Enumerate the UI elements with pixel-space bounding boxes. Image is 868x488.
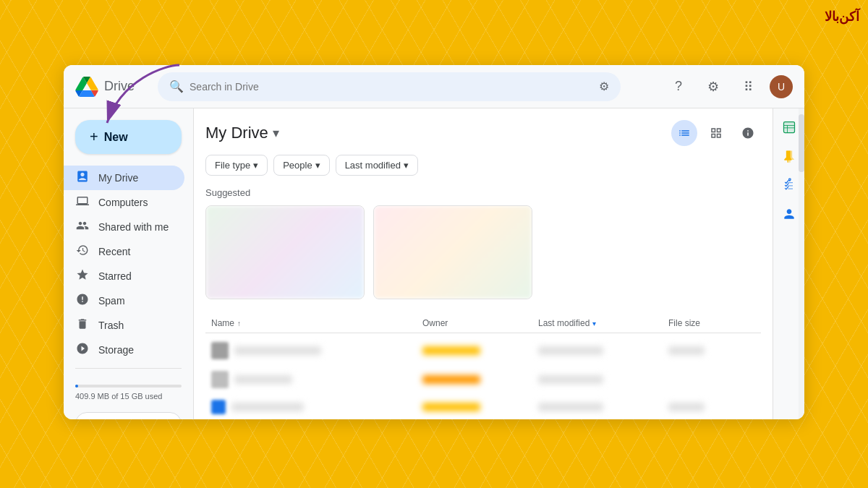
- scrollbar-thumb[interactable]: [799, 114, 804, 172]
- watermark: آکن‌بالا: [825, 9, 859, 25]
- storage-bar-background: [75, 385, 182, 388]
- settings-button[interactable]: ⚙: [700, 74, 726, 100]
- sidebar-divider: [75, 368, 182, 369]
- file-name-cell: [211, 342, 422, 359]
- new-button[interactable]: New: [75, 120, 182, 154]
- header-right: ? ⚙ ⠿ U: [665, 74, 793, 100]
- storage-text: 409.9 MB of 15 GB used: [75, 392, 182, 401]
- file-type-filter[interactable]: File type ▾: [205, 155, 268, 176]
- search-input[interactable]: [190, 81, 593, 93]
- file-type-label: File type: [215, 160, 250, 171]
- column-last-modified-label: Last modified: [538, 318, 590, 328]
- table-row[interactable]: [205, 336, 761, 365]
- my-drive-title-text: My Drive: [205, 124, 268, 142]
- apps-button[interactable]: ⠿: [735, 74, 761, 100]
- file-size-blur-1: [668, 346, 705, 355]
- card-blur-2: [374, 206, 532, 299]
- column-last-modified[interactable]: Last modified ▾: [538, 318, 668, 328]
- sidebar-item-trash[interactable]: Trash: [64, 313, 184, 338]
- suggested-label: Suggested: [205, 187, 761, 198]
- sidebar-item-label: My Drive: [98, 172, 138, 184]
- drive-logo-icon: [75, 77, 98, 97]
- file-owner-blur-3: [422, 403, 480, 411]
- keep-icon: [782, 149, 796, 163]
- view-controls: [671, 120, 761, 146]
- list-view-button[interactable]: [671, 120, 697, 146]
- contacts-icon: [782, 207, 796, 221]
- file-name-blur-1: [234, 346, 321, 355]
- sheets-icon: [782, 120, 796, 134]
- file-table: Name ↑ Owner Last modified ▾ File size: [205, 314, 761, 419]
- content-header: My Drive ▾: [205, 120, 761, 146]
- suggested-card-2[interactable]: [373, 205, 532, 299]
- filter-bar: File type ▾ People ▾ Last modified ▾: [205, 155, 761, 176]
- file-name-blur-2: [234, 375, 292, 384]
- sort-desc-icon: ▾: [592, 320, 596, 328]
- file-name-cell: [211, 371, 422, 388]
- storage-section: 409.9 MB of 15 GB used: [64, 374, 193, 406]
- file-owner-cell: [422, 346, 538, 355]
- suggested-cards: [205, 205, 761, 299]
- sidebar-item-spam[interactable]: Spam: [64, 288, 184, 313]
- sidebar: New My Drive Computers: [64, 108, 194, 419]
- card-blur-1: [206, 206, 364, 299]
- info-icon: [741, 127, 754, 140]
- drive-body: New My Drive Computers: [64, 108, 804, 419]
- table-header: Name ↑ Owner Last modified ▾ File size: [205, 314, 761, 333]
- shared-icon: [75, 219, 90, 235]
- sidebar-item-label: Shared with me: [98, 221, 169, 233]
- apps-icon: ⠿: [744, 79, 753, 95]
- sidebar-item-label: Trash: [98, 320, 124, 331]
- table-row[interactable]: [205, 394, 761, 419]
- column-name[interactable]: Name ↑: [211, 318, 422, 328]
- settings-icon: ⚙: [707, 79, 719, 95]
- file-icon-1: [211, 342, 229, 359]
- sidebar-item-starred[interactable]: Starred: [64, 264, 184, 288]
- drive-window: Drive 🔍 ⚙ ? ⚙ ⠿ U: [64, 65, 804, 419]
- file-date-cell: [538, 375, 668, 384]
- column-name-label: Name: [211, 318, 234, 328]
- last-modified-label: Last modified: [345, 160, 401, 171]
- sidebar-item-computers[interactable]: Computers: [64, 190, 184, 215]
- my-drive-icon: [75, 170, 90, 186]
- suggested-card-1[interactable]: [205, 205, 365, 299]
- grid-view-button[interactable]: [703, 120, 729, 146]
- sort-asc-icon: ↑: [237, 320, 241, 328]
- grid-view-icon: [710, 127, 723, 140]
- my-drive-dropdown-icon[interactable]: ▾: [273, 125, 279, 141]
- watermark-text: آکن‌بالا: [825, 9, 859, 25]
- scrollbar-track[interactable]: [799, 108, 804, 419]
- file-size-blur-3: [668, 403, 705, 411]
- file-icon-2: [211, 371, 229, 388]
- info-button[interactable]: [735, 120, 761, 146]
- last-modified-filter[interactable]: Last modified ▾: [336, 155, 418, 176]
- search-bar[interactable]: 🔍 ⚙: [158, 72, 621, 101]
- sidebar-item-my-drive[interactable]: My Drive: [64, 166, 184, 190]
- get-more-storage-button[interactable]: Get more storage: [75, 412, 182, 419]
- storage-bar-fill: [75, 385, 78, 388]
- search-filter-icon[interactable]: ⚙: [599, 80, 609, 93]
- sidebar-item-label: Spam: [98, 295, 125, 307]
- sidebar-item-label: Starred: [98, 270, 132, 282]
- sidebar-item-recent[interactable]: Recent: [64, 239, 184, 264]
- sidebar-item-shared[interactable]: Shared with me: [64, 215, 184, 239]
- sidebar-item-storage[interactable]: Storage: [64, 338, 184, 362]
- svg-rect-1: [783, 122, 794, 133]
- spam-icon: [75, 293, 90, 309]
- trash-icon: [75, 317, 90, 333]
- sidebar-item-label: Storage: [98, 344, 134, 356]
- file-owner-blur-2: [422, 375, 480, 384]
- column-owner: Owner: [422, 318, 538, 328]
- table-row[interactable]: [205, 365, 761, 394]
- people-filter[interactable]: People ▾: [273, 155, 329, 176]
- help-button[interactable]: ?: [665, 74, 692, 100]
- main-content: My Drive ▾ File t: [194, 108, 773, 419]
- people-chevron: ▾: [315, 160, 320, 171]
- file-date-blur-3: [538, 403, 603, 411]
- avatar[interactable]: U: [770, 75, 793, 98]
- file-date-blur-1: [538, 346, 603, 355]
- my-drive-title-row[interactable]: My Drive ▾: [205, 124, 279, 142]
- file-type-chevron: ▾: [253, 160, 258, 171]
- last-modified-chevron: ▾: [404, 160, 409, 171]
- file-owner-cell: [422, 375, 538, 384]
